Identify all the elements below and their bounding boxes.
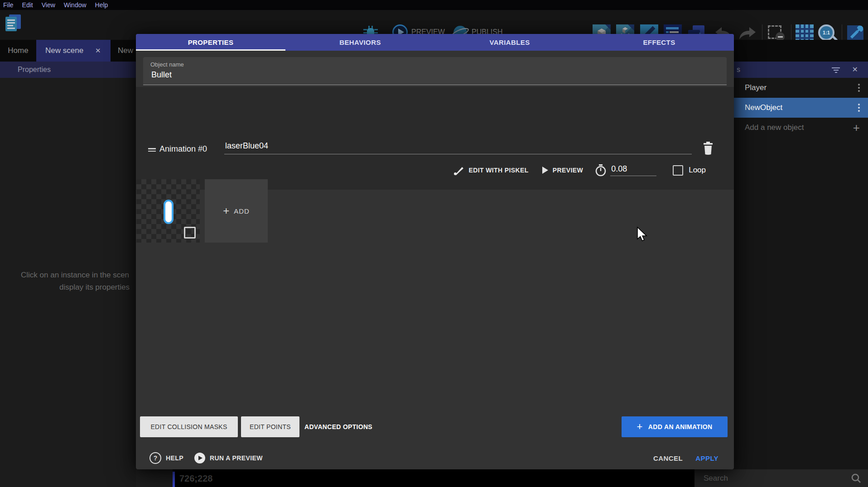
toolbar-separator (762, 24, 762, 42)
edit-collision-masks-button[interactable]: EDIT COLLISION MASKS (140, 416, 238, 437)
stopwatch-icon (595, 164, 607, 177)
frame-select-checkbox[interactable] (184, 227, 196, 239)
toolbar-separator (842, 24, 842, 42)
close-panel-icon[interactable]: ✕ (852, 65, 858, 74)
help-button[interactable]: HELP (166, 454, 183, 462)
play-icon (542, 167, 548, 174)
empty-properties-message-line2: display its properties (59, 283, 130, 292)
close-tab-icon[interactable]: ✕ (95, 47, 101, 55)
status-bar-accent (173, 472, 175, 487)
menu-bar: File Edit View Window Help (0, 0, 868, 10)
dialog-footer: ? HELP RUN A PREVIEW CANCEL APPLY (136, 447, 734, 469)
object-name-field[interactable]: Object name (143, 57, 727, 85)
tab-effects[interactable]: EFFECTS (584, 34, 734, 51)
advanced-options-button[interactable]: ADVANCED OPTIONS (304, 416, 372, 437)
run-a-preview-button[interactable]: RUN A PREVIEW (210, 454, 263, 462)
toolbar-separator (791, 24, 791, 42)
zoom-1-1-icon[interactable]: 1:1 (818, 24, 834, 41)
drag-handle-icon[interactable] (148, 147, 156, 153)
search-input[interactable] (694, 473, 851, 483)
frame-thumbnail[interactable] (136, 179, 200, 243)
menu-help[interactable]: Help (95, 1, 108, 9)
laser-bullet-sprite (164, 200, 174, 224)
object-row-newobject[interactable]: NewObject (734, 98, 868, 118)
plus-icon: + (223, 205, 229, 217)
tab-variables[interactable]: VARIABLES (435, 34, 584, 51)
menu-edit[interactable]: Edit (22, 1, 33, 9)
tab-behaviors[interactable]: BEHAVIORS (285, 34, 435, 51)
object-name-input[interactable] (150, 70, 719, 80)
animation-tools-row: EDIT WITH PISKEL PREVIEW Loop (453, 163, 706, 177)
scene-status-bar: 726;228 (136, 469, 694, 487)
properties-panel-header: Properties (0, 62, 136, 78)
properties-panel: Click on an instance in the scen display… (0, 78, 136, 487)
brush-icon (453, 165, 464, 176)
add-frame-button[interactable]: + ADD (205, 179, 268, 243)
animation-title: Animation #0 (159, 144, 207, 154)
object-editor-dialog: PROPERTIES BEHAVIORS VARIABLES EFFECTS O… (136, 34, 734, 469)
objects-panel-header: s ✕ (734, 62, 868, 78)
cursor-coordinates: 726;228 (179, 473, 212, 484)
project-manager-icon[interactable] (4, 14, 23, 33)
help-icon[interactable]: ? (149, 452, 161, 464)
objects-panel: s ✕ Player NewObject Add a new object + (734, 62, 868, 469)
kebab-menu-icon[interactable] (858, 84, 860, 92)
status-bar-cap (136, 469, 173, 487)
tab-home[interactable]: Home (0, 40, 36, 62)
animation-block: Animation #0 EDIT WITH PISKEL PREVIEW (136, 87, 734, 190)
search-icon (851, 473, 862, 484)
tab-properties[interactable]: PROPERTIES (136, 34, 285, 51)
apply-button[interactable]: APPLY (695, 454, 719, 462)
objects-search-bar (694, 469, 868, 487)
plus-icon: + (853, 123, 860, 132)
animation-preview-button[interactable]: PREVIEW (553, 167, 583, 174)
menu-view[interactable]: View (42, 1, 55, 9)
dialog-tab-bar: PROPERTIES BEHAVIORS VARIABLES EFFECTS (136, 34, 734, 51)
dialog-button-row: EDIT COLLISION MASKS EDIT POINTS ADVANCE… (136, 416, 734, 437)
menu-file[interactable]: File (3, 1, 14, 9)
loop-label: Loop (689, 166, 706, 175)
add-an-animation-button[interactable]: + ADD AN ANIMATION (622, 416, 728, 437)
tab-new-scene[interactable]: New scene ✕ (36, 40, 111, 62)
object-row-player[interactable]: Player (734, 78, 868, 98)
loop-checkbox[interactable] (673, 165, 683, 176)
time-between-frames-input[interactable] (610, 164, 656, 176)
mouse-cursor (636, 226, 648, 243)
object-name-label: Object name (150, 61, 184, 68)
redo-icon[interactable] (738, 26, 757, 40)
kebab-menu-icon[interactable] (858, 104, 860, 112)
remove-mask-icon[interactable] (768, 25, 781, 39)
cancel-button[interactable]: CANCEL (653, 454, 683, 462)
run-preview-icon[interactable] (194, 453, 205, 463)
add-new-object-row[interactable]: Add a new object + (734, 118, 868, 138)
edit-with-piskel-button[interactable]: EDIT WITH PISKEL (468, 167, 528, 174)
delete-animation-icon[interactable] (702, 141, 714, 155)
filter-icon[interactable] (832, 66, 840, 74)
menu-window[interactable]: Window (64, 1, 87, 9)
empty-properties-message-line1: Click on an instance in the scen (21, 271, 129, 280)
edit-points-button[interactable]: EDIT POINTS (241, 416, 299, 437)
plus-icon: + (637, 421, 642, 433)
animation-name-input[interactable] (224, 139, 692, 154)
